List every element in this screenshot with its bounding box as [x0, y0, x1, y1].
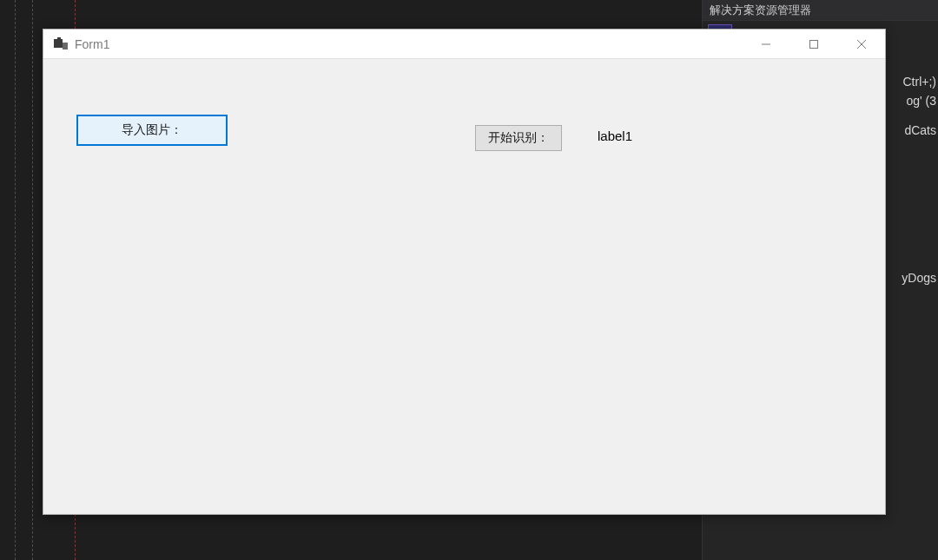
indent-guide [15, 0, 16, 560]
solution-explorer-title: 解决方案资源管理器 [703, 0, 938, 21]
indent-guide [32, 0, 33, 560]
start-recognize-button-label: 开始识别： [488, 130, 549, 146]
close-button[interactable] [837, 30, 885, 58]
import-image-button-label: 导入图片： [122, 122, 182, 138]
import-image-button[interactable]: 导入图片： [76, 115, 228, 146]
label1: label1 [598, 128, 632, 143]
start-recognize-button[interactable]: 开始识别： [475, 125, 562, 151]
minimize-button[interactable] [742, 30, 789, 58]
form-client-area[interactable]: 导入图片： 开始识别： label1 [43, 59, 885, 514]
shortcut-hint: Ctrl+;) [903, 73, 937, 90]
form1-window[interactable]: Form1 导入图片： 开始识别： label1 [43, 29, 886, 515]
maximize-button[interactable] [789, 30, 837, 58]
svg-rect-5 [57, 37, 61, 41]
window-title: Form1 [75, 37, 742, 51]
svg-rect-6 [63, 43, 68, 49]
tree-item-fragment[interactable]: dCats [904, 122, 936, 139]
window-titlebar[interactable]: Form1 [43, 30, 885, 59]
window-controls [742, 30, 885, 58]
window-app-icon [54, 37, 68, 51]
tree-item-fragment[interactable]: yDogs [902, 269, 936, 287]
svg-rect-8 [809, 40, 817, 48]
tree-item-fragment[interactable]: og' (3 [906, 92, 936, 109]
